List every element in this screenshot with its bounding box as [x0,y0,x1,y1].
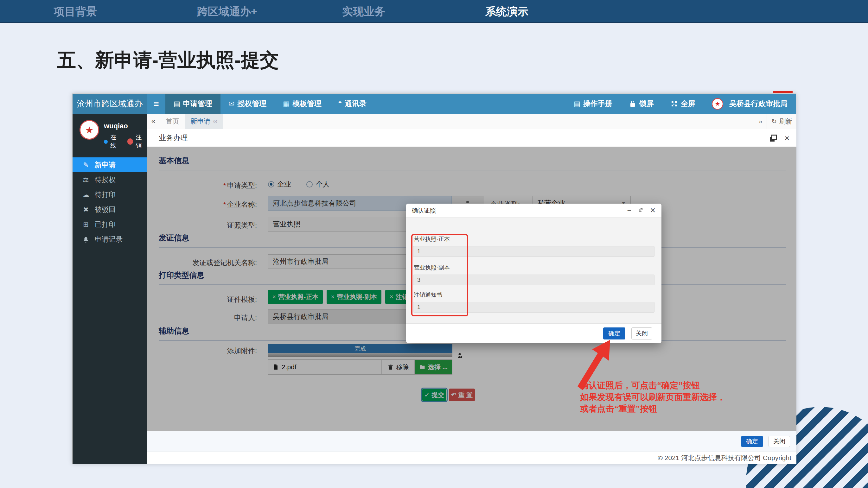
sidebar-menu: ✎ 新申请 ⚖ 待授权 ☁ 待打印 ✖ 被驳回 ⊞ 已打印 [72,157,147,247]
modal-close-button[interactable]: 关闭 [631,327,652,339]
minimize-icon[interactable]: − [627,207,631,214]
cloud-download-icon: ☁ [82,191,90,199]
sidebar-username: wuqiao [104,122,147,130]
menu-label: 授权管理 [237,99,267,109]
footer-close-button[interactable]: 关闭 [769,436,790,447]
main-area: « 首页 新申请 ⊗ » ↻ 刷新 业务办理 [147,114,797,464]
lock-icon [629,100,637,108]
refresh-icon: ↻ [771,118,777,125]
fullscreen-label: 全屏 [681,99,695,109]
sidebar-item-rejected[interactable]: ✖ 被驳回 [72,202,147,217]
copyright: © 2021 河北点步信息科技有限公司 Copyright [147,452,797,464]
sidebar-user-panel: ★ wuqiao 在线 → 注销 [72,114,147,156]
lock-screen-button[interactable]: 锁屏 [621,99,662,109]
slide-nav-system-demo[interactable]: 系统演示 [485,0,528,23]
tabs-scroll-left-icon[interactable]: « [147,114,160,129]
window-footer: 确定 关闭 [147,431,797,452]
sidebar-item-pending-authorization[interactable]: ⚖ 待授权 [72,172,147,187]
slide-nav-project-background[interactable]: 项目背景 [54,0,97,23]
envelope-icon: ✉ [229,100,235,108]
sidebar-item-pending-print[interactable]: ☁ 待打印 [72,187,147,202]
fullscreen-icon [670,100,678,108]
form-content: 基本信息 *申请类型: 企业 个人 *企业 [147,147,797,431]
user-avatar-seal-icon: ★ [712,98,723,109]
menu-template-management[interactable]: ▦ 模板管理 [275,94,330,114]
avatar: ★ [80,120,99,140]
menu-label: 通讯录 [345,99,367,109]
refresh-label: 刷新 [779,117,792,126]
menu-contacts[interactable]: ❝ 通讯录 [330,94,375,114]
maximize-icon[interactable] [638,207,644,214]
sidebar-item-label: 申请记录 [95,235,123,244]
slide-title: 五、新申请-营业执照-提交 [57,47,279,73]
sidebar-item-label: 待授权 [95,175,116,185]
sidebar-item-application-records[interactable]: 申请记录 [72,232,147,247]
confirm-certificate-modal: 确认证照 − ✕ 营业执照-正本 1 营业执照-副本 [406,204,661,343]
tab-bar: « 首页 新申请 ⊗ » ↻ 刷新 [147,114,797,129]
annotation-line-3: 或者点击“重置”按钮 [580,403,725,415]
sidebar-item-label: 被驳回 [95,205,116,215]
modal-confirm-button[interactable]: 确定 [603,327,625,339]
pencil-icon: ✎ [82,161,90,169]
tabs-scroll-right-icon[interactable]: » [754,114,767,129]
slide-nav-cross-region[interactable]: 跨区域通办+ [197,0,257,23]
fullscreen-button[interactable]: 全屏 [662,99,704,109]
manual-button[interactable]: ▤ 操作手册 [565,99,621,109]
modal-body: 营业执照-正本 1 营业执照-副本 3 注销通知书 1 [406,218,661,323]
sidebar-item-printed[interactable]: ⊞ 已打印 [72,217,147,232]
annotation-line-1: 确认证照后，可点击“确定”按钮 [580,380,725,391]
logout-icon: → [127,138,133,145]
modal-footer: 确定 关闭 [406,323,661,343]
plus-square-icon: ⊞ [82,221,90,228]
sidebar-item-label: 新申请 [95,160,116,170]
panel-header: 业务办理 × [147,129,797,147]
sidebar-item-new-application[interactable]: ✎ 新申请 [72,157,147,172]
book-icon: ▤ [574,100,580,108]
sidebar-item-label: 已打印 [95,220,116,229]
online-dot-icon [104,140,108,144]
close-panel-icon[interactable]: × [785,134,789,142]
hamburger-icon[interactable]: ≡ [147,94,165,114]
app-window: 沧州市跨区域通办 ≡ ▤ 申请管理 ✉ 授权管理 ▦ 模板管理 ❝ 通讯录 [72,93,796,464]
menu-label: 模板管理 [292,99,321,109]
app-top-menu: ▤ 申请管理 ✉ 授权管理 ▦ 模板管理 ❝ 通讯录 [165,94,375,114]
annotation-line-2: 如果发现有误可以刷新页面重新选择， [580,391,725,403]
menu-application-management[interactable]: ▤ 申请管理 [165,94,220,114]
collapse-panel-icon[interactable] [770,135,777,141]
bell-icon [82,235,90,243]
scales-icon: ⚖ [82,176,90,184]
chat-bubble-icon: ❝ [338,100,342,108]
app-navbar: 沧州市跨区域通办 ≡ ▤ 申请管理 ✉ 授权管理 ▦ 模板管理 ❝ 通讯录 [72,94,796,114]
annotation-note: 确认证照后，可点击“确定”按钮 如果发现有误可以刷新页面重新选择， 或者点击“重… [580,380,725,415]
lock-label: 锁屏 [639,99,654,109]
logout-link[interactable]: 注销 [135,133,147,150]
slide-top-nav: 项目背景 跨区域通办+ 实现业务 系统演示 [0,0,868,23]
user-menu[interactable]: ★ 吴桥县行政审批局 [704,98,796,109]
menu-authorization-management[interactable]: ✉ 授权管理 [220,94,275,114]
user-org-label: 吴桥县行政审批局 [729,99,787,109]
slide-nav-business[interactable]: 实现业务 [342,0,385,23]
tab-home[interactable]: 首页 [160,114,185,129]
tab-close-icon[interactable]: ⊗ [213,118,217,125]
sidebar-item-label: 待打印 [95,190,116,199]
tab-new-application[interactable]: 新申请 ⊗ [185,114,223,129]
footer-confirm-button[interactable]: 确定 [741,436,763,447]
navbar-right: ▤ 操作手册 锁屏 全屏 ★ 吴桥县行政审批局 [565,94,796,114]
sidebar: ★ wuqiao 在线 → 注销 ✎ 新申请 ⚖ [72,114,147,464]
card-icon: ▦ [283,100,289,108]
book-icon: ▤ [174,100,180,108]
modal-header[interactable]: 确认证照 − ✕ [406,204,661,218]
close-icon[interactable]: ✕ [650,207,656,214]
annotation-red-rectangle [411,234,468,316]
manual-label: 操作手册 [583,99,612,109]
x-icon: ✖ [82,206,90,214]
tab-label: 新申请 [190,117,210,126]
slide: 项目背景 跨区域通办+ 实现业务 系统演示 五、新申请-营业执照-提交 沧州市跨… [0,0,868,488]
panel-title: 业务办理 [159,133,188,143]
online-label: 在线 [110,133,122,150]
refresh-button[interactable]: ↻ 刷新 [767,114,797,129]
menu-label: 申请管理 [183,99,212,109]
modal-title: 确认证照 [412,206,436,215]
app-brand[interactable]: 沧州市跨区域通办 [72,94,147,114]
annotation-red-dash [773,91,793,93]
